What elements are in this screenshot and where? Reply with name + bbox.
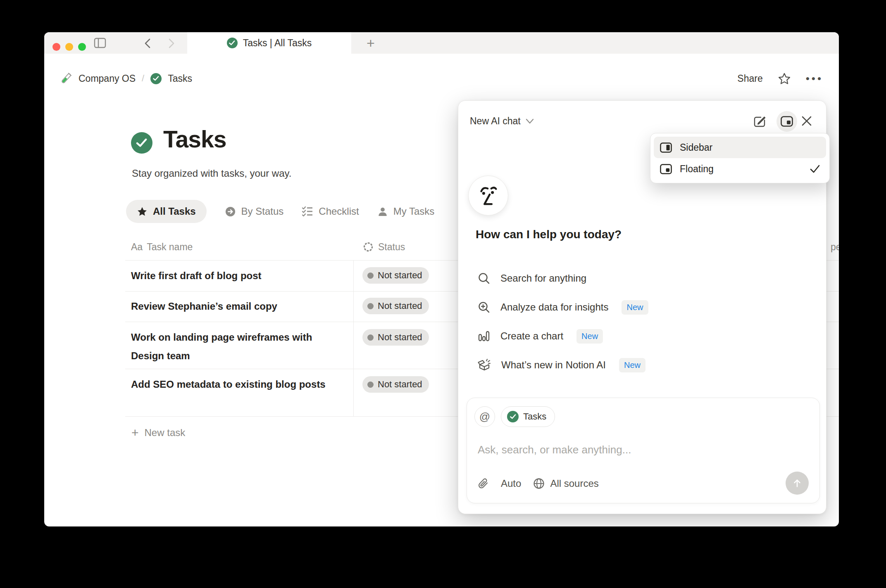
arrow-circle-icon [225,206,236,217]
ai-input-placeholder[interactable]: Ask, search, or make anything... [478,443,631,456]
favorite-star-icon[interactable] [778,72,791,85]
status-spinner-icon [362,241,374,253]
view-tab-label: Checklist [319,206,359,217]
minimize-window-button[interactable] [65,43,73,51]
panel-mode-button[interactable] [776,111,797,132]
new-badge: New [619,358,645,372]
status-badge[interactable]: Not started [362,298,429,314]
status-dot [367,303,374,309]
new-chat-compose-icon[interactable] [753,114,767,128]
desktop-background: Tasks | All Tasks + Company OS / Tasks S… [0,0,886,588]
suggestion-search[interactable]: Search for anything [477,269,586,287]
menu-item-floating[interactable]: Floating [654,158,826,180]
suggestion-create-chart[interactable]: Create a chart New [477,327,603,345]
page-icon-check[interactable] [131,132,152,154]
status-badge[interactable]: Not started [362,267,429,284]
panel-mode-menu: Sidebar Floating [650,133,830,183]
view-tab-label: All Tasks [153,206,196,217]
attachment-icon[interactable] [478,477,489,490]
share-button[interactable]: Share [737,73,762,84]
test-tube-icon [60,72,72,85]
open-box-icon [477,358,491,372]
window-controls [52,43,86,51]
status-dot [367,273,374,279]
tab-bar: Tasks | All Tasks + [44,32,839,54]
tasks-check-icon [150,73,162,84]
more-options-icon[interactable]: ••• [806,72,823,85]
top-bar: Company OS / Tasks Share ••• [60,67,823,90]
active-tab[interactable]: Tasks | All Tasks [187,32,351,54]
floating-panel-icon [660,164,672,175]
tab-my-tasks[interactable]: My Tasks [377,206,435,217]
new-tab-button[interactable]: + [362,34,380,52]
new-task-button[interactable]: + New task [131,424,185,441]
chevron-down-icon [526,119,534,124]
search-plus-icon [477,301,491,314]
arrow-up-icon [792,478,803,488]
ai-chat-header[interactable]: New AI chat [470,116,534,127]
breadcrumb-separator: / [142,73,144,84]
send-button[interactable] [786,472,809,495]
checkmark-icon [810,164,820,173]
suggestion-whats-new[interactable]: What’s new in Notion AI New [477,356,645,374]
page-subtitle: Stay organized with tasks, your way. [132,168,291,179]
suggestion-analyze-data[interactable]: Analyze data for insights New [477,298,648,316]
status-dot [367,334,374,341]
plus-icon: + [131,427,139,439]
composer-footer: Auto All sources [478,477,599,490]
tab-title: Tasks | All Tasks [243,38,312,49]
notion-ai-face-icon [468,175,508,216]
mention-button[interactable]: @ [474,406,495,427]
text-type-icon: Aa [131,242,143,253]
tasks-check-icon [227,38,238,48]
new-badge: New [622,300,648,315]
tab-checklist[interactable]: Checklist [302,206,359,217]
breadcrumb-workspace[interactable]: Company OS [79,73,136,84]
ai-greeting: How can I help you today? [476,228,622,241]
search-icon [477,272,491,285]
status-badge[interactable]: Not started [362,329,429,346]
view-tabs: All Tasks By Status Checklist My Tasks [126,200,434,223]
star-icon [137,206,148,217]
page-title: Tasks [163,126,226,153]
tab-by-status[interactable]: By Status [225,206,284,217]
tasks-check-icon [507,411,519,422]
mode-selector[interactable]: Auto [501,478,521,489]
close-window-button[interactable] [52,43,60,51]
table-row-task-name[interactable]: Write first draft of blog post [131,266,340,285]
forward-icon[interactable] [166,38,176,49]
new-badge: New [576,329,603,344]
sidebar-toggle-icon[interactable] [94,37,106,49]
checklist-icon [302,206,313,217]
view-tab-label: My Tasks [393,206,435,217]
sources-selector[interactable]: All sources [533,477,598,490]
context-chip-tasks[interactable]: Tasks [501,406,555,427]
status-badge[interactable]: Not started [362,376,429,393]
column-header-partial[interactable]: pe [831,239,839,255]
status-dot [367,382,374,388]
bar-chart-icon [477,330,491,343]
person-icon [377,206,388,217]
table-row-task-name[interactable]: Work on landing page wireframes with Des… [131,328,340,365]
top-actions: Share ••• [737,72,823,85]
table-row-task-name[interactable]: Review Stephanie’s email copy [131,297,340,315]
table-row-task-name[interactable]: Add SEO metadata to existing blog posts [131,375,340,394]
back-icon[interactable] [143,38,153,49]
view-tab-label: By Status [241,206,284,217]
menu-item-sidebar[interactable]: Sidebar [654,137,826,158]
column-divider [353,260,354,416]
close-icon[interactable] [800,115,814,128]
column-header-status[interactable]: Status [362,239,405,255]
column-header-task-name[interactable]: Aa Task name [131,239,193,255]
ai-composer: @ Tasks Ask, search, or make anything...… [467,398,820,503]
globe-icon [533,477,545,490]
breadcrumb: Company OS / Tasks [60,72,192,85]
breadcrumb-page[interactable]: Tasks [168,73,192,84]
sidebar-right-icon [660,142,672,153]
floating-panel-icon [780,116,793,127]
tab-all-tasks[interactable]: All Tasks [126,200,207,223]
zoom-window-button[interactable] [78,43,86,51]
ai-chat-title: New AI chat [470,116,521,127]
